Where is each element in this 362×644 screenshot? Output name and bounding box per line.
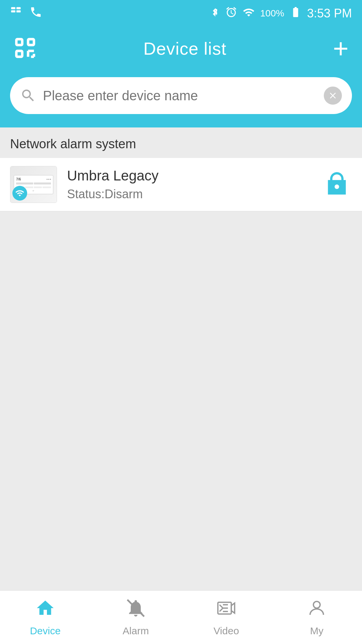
section-title: Network alarm system [0,127,362,158]
empty-content-area [0,211,362,480]
search-clear-button[interactable] [324,87,342,105]
svg-rect-3 [16,10,21,12]
wifi-badge [12,186,27,201]
status-bar-right: 100% 3:53 PM [210,6,352,21]
my-nav-icon [307,598,327,623]
device-nav-icon [35,598,55,623]
nav-item-alarm[interactable]: Alarm [90,598,181,637]
device-item[interactable]: 7/6 [0,158,362,211]
battery-percentage: 100% [260,8,284,19]
nav-item-device[interactable]: Device [0,598,90,637]
page-title: Device list [143,39,227,59]
svg-rect-1 [16,7,21,9]
search-icon [20,88,36,104]
nav-item-my[interactable]: My [272,598,362,637]
bluetooth-icon [210,6,220,21]
status-bar-left-icons [10,6,42,21]
device-info: Umbra Legacy Status:Disarm [57,168,322,201]
status-bar: 100% 3:53 PM [0,0,362,27]
alarm-nav-icon [126,598,146,623]
search-container [0,70,362,127]
my-nav-label: My [310,625,323,637]
sim-icon [10,6,23,21]
device-status: Status:Disarm [67,187,312,201]
scan-button[interactable] [13,36,37,61]
call-icon [29,6,42,21]
bottom-navigation: Device Alarm [0,590,362,644]
app-container: 100% 3:53 PM Device list + [0,0,362,644]
status-time: 3:53 PM [307,6,352,20]
device-lock-button[interactable] [322,169,352,200]
add-device-button[interactable]: + [333,35,349,62]
search-input[interactable] [43,88,317,103]
device-image: 7/6 [10,166,57,203]
svg-point-17 [313,601,320,608]
signal-icon [243,6,255,21]
device-list: 7/6 [0,158,362,211]
svg-rect-2 [11,10,15,12]
nav-item-video[interactable]: Video [181,598,272,637]
svg-rect-5 [28,39,34,45]
alarm-nav-label: Alarm [123,625,149,637]
app-header: Device list + [0,27,362,70]
device-thumbnail: 7/6 [10,166,57,203]
svg-rect-4 [16,39,22,45]
battery-icon [290,6,302,21]
device-nav-label: Device [30,625,61,637]
search-bar [10,77,352,114]
device-name: Umbra Legacy [67,168,312,184]
video-nav-label: Video [214,625,239,637]
video-nav-icon [216,598,236,623]
content-area: Network alarm system 7/6 [0,127,362,644]
svg-marker-13 [231,603,235,613]
svg-rect-6 [16,51,22,57]
alarm-clock-icon [225,6,237,21]
svg-rect-0 [11,7,15,9]
